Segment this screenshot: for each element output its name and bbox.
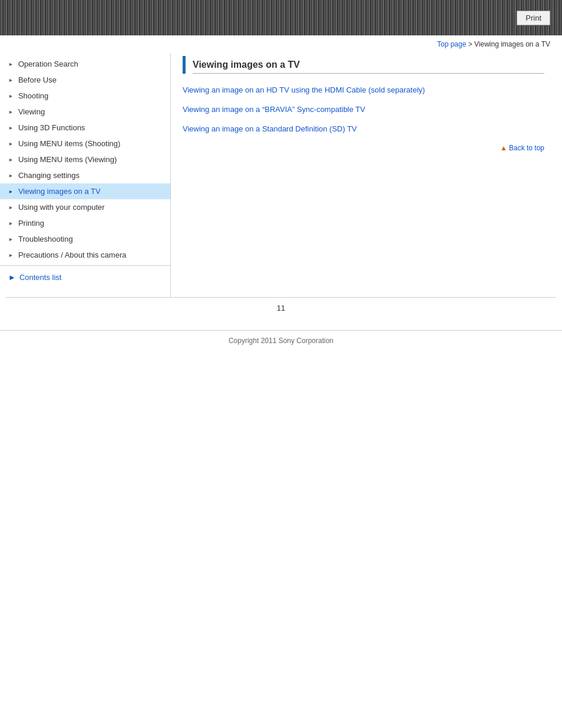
sidebar-item-label: Viewing images on a TV	[18, 187, 101, 196]
header-bar: Print	[0, 0, 562, 35]
sidebar-item-printing[interactable]: ►Printing	[0, 215, 170, 231]
sidebar-item-label: Printing	[18, 219, 44, 228]
arrow-icon: ►	[8, 220, 14, 226]
sidebar-item-using-menu-shooting[interactable]: ►Using MENU items (Shooting)	[0, 136, 170, 151]
sidebar-item-using-3d-functions[interactable]: ►Using 3D Functions	[0, 120, 170, 136]
sidebar-item-label: Using with your computer	[18, 203, 105, 212]
arrow-icon: ►	[8, 125, 14, 131]
breadcrumb-top-link[interactable]: Top page	[437, 40, 466, 48]
sidebar-item-label: Changing settings	[18, 171, 80, 180]
title-blue-accent	[183, 56, 186, 74]
sidebar: ►Operation Search►Before Use►Shooting►Vi…	[0, 53, 171, 297]
arrow-icon: ►	[8, 61, 14, 67]
sidebar-item-troubleshooting[interactable]: ►Troubleshooting	[0, 231, 170, 247]
sidebar-divider	[0, 265, 170, 266]
print-button[interactable]: Print	[517, 11, 550, 25]
sidebar-item-shooting[interactable]: ►Shooting	[0, 88, 170, 104]
sidebar-item-label: Using MENU items (Viewing)	[18, 155, 117, 164]
arrow-icon: ►	[8, 252, 14, 258]
page-number: 11	[0, 298, 562, 318]
arrow-icon: ►	[8, 189, 14, 195]
sidebar-item-using-menu-viewing[interactable]: ►Using MENU items (Viewing)	[0, 151, 170, 167]
sd-tv-link[interactable]: Viewing an image on a Standard Definitio…	[183, 124, 544, 133]
sidebar-item-using-with-computer[interactable]: ►Using with your computer	[0, 199, 170, 215]
sidebar-item-label: Before Use	[18, 75, 57, 84]
bravia-link[interactable]: Viewing an image on a “BRAVIA” Sync-comp…	[183, 105, 544, 114]
breadcrumb-current: Viewing images on a TV	[474, 40, 550, 48]
sidebar-item-label: Using 3D Functions	[18, 123, 85, 132]
sidebar-item-changing-settings[interactable]: ►Changing settings	[0, 167, 170, 183]
arrow-icon: ►	[8, 205, 14, 210]
contents-list-label: Contents list	[19, 273, 62, 282]
breadcrumb-separator: >	[466, 40, 474, 48]
footer-copyright: Copyright 2011 Sony Corporation	[0, 330, 562, 351]
contents-list-link[interactable]: ► Contents list	[0, 268, 170, 285]
sidebar-item-label: Using MENU items (Shooting)	[18, 139, 120, 148]
arrow-icon: ►	[8, 77, 14, 83]
sidebar-item-precautions[interactable]: ►Precautions / About this camera	[0, 247, 170, 263]
breadcrumb: Top page > Viewing images on a TV	[0, 35, 562, 53]
back-to-top-label: Back to top	[509, 144, 544, 152]
page-title-bar: Viewing images on a TV	[183, 56, 544, 74]
sidebar-item-operation-search[interactable]: ►Operation Search	[0, 56, 170, 72]
sidebar-item-label: Viewing	[18, 107, 45, 116]
arrow-icon: ►	[8, 157, 14, 163]
arrow-icon: ►	[8, 93, 14, 99]
sidebar-item-label: Operation Search	[18, 60, 78, 68]
arrow-icon: ►	[8, 236, 14, 242]
content-area: Viewing images on a TV Viewing an image …	[171, 53, 562, 297]
sidebar-item-viewing[interactable]: ►Viewing	[0, 104, 170, 120]
arrow-icon: ►	[8, 141, 14, 147]
sidebar-item-before-use[interactable]: ►Before Use	[0, 72, 170, 88]
hdmi-link[interactable]: Viewing an image on an HD TV using the H…	[183, 85, 544, 94]
arrow-right-icon: ►	[8, 273, 16, 282]
sidebar-item-viewing-images-tv[interactable]: ►Viewing images on a TV	[0, 183, 170, 199]
sidebar-item-label: Troubleshooting	[18, 235, 73, 243]
arrow-icon: ►	[8, 109, 14, 115]
main-layout: ►Operation Search►Before Use►Shooting►Vi…	[0, 53, 562, 297]
sidebar-item-label: Shooting	[18, 91, 48, 100]
sidebar-item-label: Precautions / About this camera	[18, 251, 127, 259]
back-to-top[interactable]: ▲Back to top	[183, 144, 544, 152]
page-title: Viewing images on a TV	[193, 56, 544, 74]
back-to-top-icon: ▲	[500, 144, 507, 152]
arrow-icon: ►	[8, 173, 14, 179]
